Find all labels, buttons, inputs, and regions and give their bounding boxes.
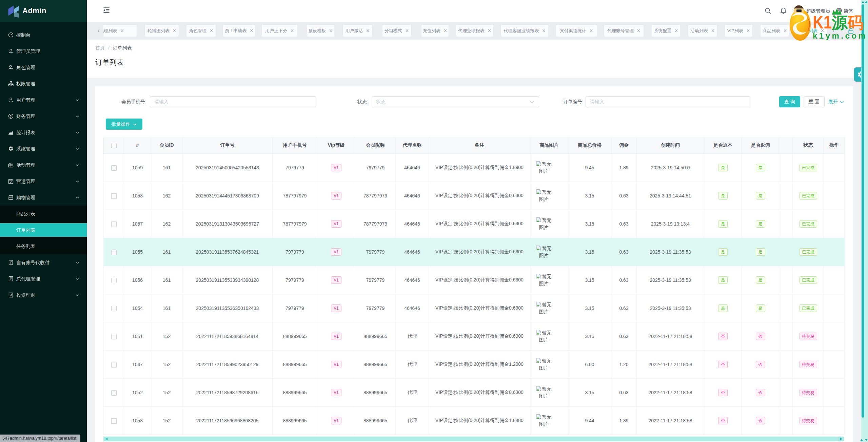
svg-text:码: 码 xyxy=(847,14,864,31)
svg-text:k1ym.com: k1ym.com xyxy=(813,31,867,40)
svg-text:K1: K1 xyxy=(813,12,832,32)
svg-text:源: 源 xyxy=(831,14,848,31)
